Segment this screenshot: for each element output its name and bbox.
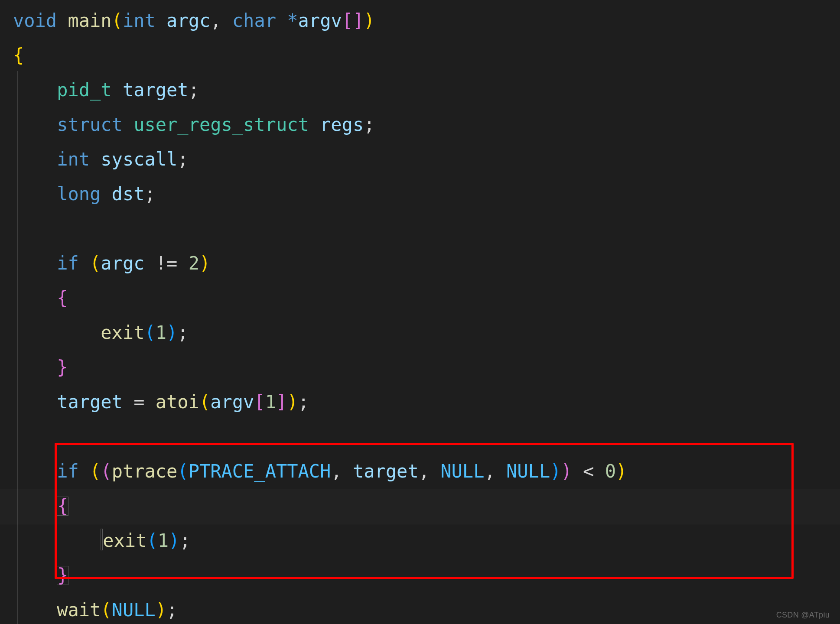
- semi: ;: [166, 599, 177, 621]
- sq-open: [: [342, 10, 353, 31]
- comma: ,: [419, 461, 430, 482]
- op-star: *: [287, 10, 298, 31]
- var-target: target: [123, 79, 189, 101]
- paren-open: (: [101, 461, 111, 482]
- var-argv: argv: [298, 10, 342, 31]
- semi: ;: [298, 391, 309, 413]
- brace-close: }: [57, 357, 68, 378]
- semi: ;: [189, 79, 199, 101]
- semi: ;: [177, 149, 188, 170]
- sq-close: ]: [276, 391, 287, 413]
- ty-user-regs-struct: user_regs_struct: [133, 114, 309, 135]
- num-1: 1: [156, 322, 166, 343]
- kw-long: long: [57, 183, 101, 205]
- paren-open: (: [177, 461, 188, 482]
- paren-open: (: [144, 322, 155, 343]
- paren-open: (: [112, 10, 123, 31]
- paren-close: ): [364, 10, 374, 31]
- op-neq: !=: [156, 253, 178, 274]
- var-target: target: [57, 391, 123, 413]
- var-regs: regs: [320, 114, 364, 135]
- kw-void: void: [13, 10, 57, 31]
- fn-ptrace: ptrace: [112, 461, 178, 482]
- paren-open: (: [199, 391, 210, 413]
- paren-open: (: [101, 599, 111, 621]
- kw-struct: struct: [57, 114, 123, 135]
- kw-if: if: [57, 461, 79, 482]
- brace-open: {: [57, 287, 68, 309]
- comma: ,: [331, 461, 342, 482]
- var-argv: argv: [210, 391, 254, 413]
- paren-open: (: [90, 461, 101, 482]
- op-lt: <: [583, 461, 594, 482]
- kw-int: int: [123, 10, 156, 31]
- semi: ;: [177, 322, 188, 343]
- sq-close: ]: [353, 10, 364, 31]
- kw-char: char: [232, 10, 276, 31]
- semi: ;: [364, 114, 374, 135]
- code-editor[interactable]: void main(int argc, char *argv[]) { pid_…: [0, 0, 840, 624]
- fn-atoi: atoi: [156, 391, 199, 413]
- const-ptrace-attach: PTRACE_ATTACH: [189, 461, 331, 482]
- paren-close: ): [156, 599, 166, 621]
- fn-exit: exit: [103, 530, 147, 551]
- fn-exit: exit: [101, 322, 144, 343]
- const-null: NULL: [440, 461, 484, 482]
- fn-wait: wait: [57, 599, 101, 621]
- paren-open: (: [90, 253, 101, 274]
- paren-close: ): [616, 461, 627, 482]
- num-2: 2: [189, 253, 199, 274]
- var-syscall: syscall: [101, 149, 177, 170]
- const-null: NULL: [112, 599, 156, 621]
- kw-int: int: [57, 149, 90, 170]
- comma: ,: [484, 461, 495, 482]
- num-1: 1: [158, 530, 169, 551]
- op-eq: =: [133, 391, 144, 413]
- indent-guide: [17, 71, 18, 624]
- paren-close: ): [169, 530, 179, 551]
- ty-pid-t: pid_t: [57, 79, 111, 101]
- semi: ;: [179, 530, 190, 551]
- brace-open-matched: {: [57, 497, 68, 516]
- var-argc: argc: [166, 10, 210, 31]
- fn-main: main: [68, 10, 111, 31]
- var-argc: argc: [101, 253, 144, 274]
- semi: ;: [144, 183, 155, 205]
- paren-close: ): [550, 461, 561, 482]
- paren-open: (: [147, 530, 157, 551]
- num-1: 1: [265, 391, 276, 413]
- num-0: 0: [605, 461, 616, 482]
- brace-open: {: [13, 45, 24, 66]
- code-content: void main(int argc, char *argv[]) { pid_…: [0, 0, 840, 624]
- kw-if: if: [57, 253, 79, 274]
- brace-close-matched: }: [57, 566, 68, 585]
- watermark: CSDN @ATpiu: [776, 611, 830, 620]
- var-dst: dst: [112, 183, 145, 205]
- paren-close: ): [287, 391, 298, 413]
- paren-close: ): [199, 253, 210, 274]
- comma: ,: [210, 10, 221, 31]
- sq-open: [: [254, 391, 265, 413]
- paren-close: ): [166, 322, 177, 343]
- const-null: NULL: [506, 461, 550, 482]
- paren-close: ): [561, 461, 572, 482]
- var-target: target: [353, 461, 419, 482]
